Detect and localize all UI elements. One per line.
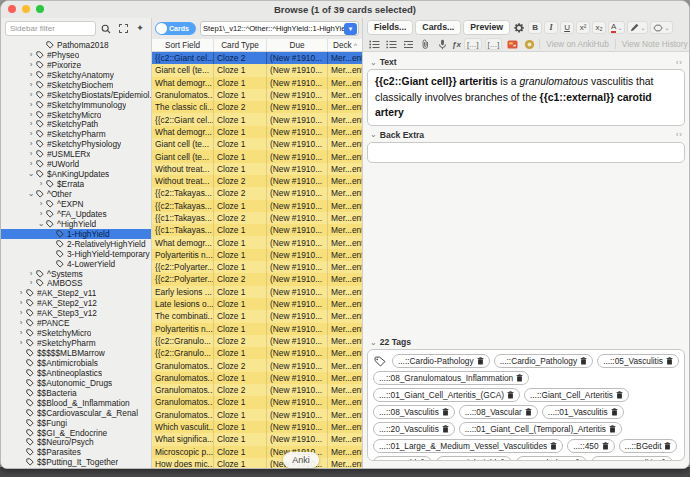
cards-notes-toggle[interactable]: Cards	[155, 22, 196, 35]
table-row[interactable]: What demogr... Cloze 1 (New #1910... Mer…	[152, 236, 362, 248]
sidebar-item[interactable]: › #SketchyMicro	[1, 328, 151, 338]
sidebar-item[interactable]: 4-LowerYield	[1, 259, 151, 269]
tag-pill[interactable]: ...::08_Granulomatous_Inflammation	[373, 371, 529, 385]
disclosure-arrow-icon[interactable]: ⌄	[27, 190, 35, 198]
tag-pill[interactable]: ...::08_Vasculitis	[373, 405, 455, 419]
tag-pill[interactable]: ...::1-HighYield	[436, 456, 512, 461]
table-row[interactable]: Which vasculit... Cloze 1 (New #1910... …	[152, 421, 362, 433]
disclosure-arrow-icon[interactable]: ›	[27, 270, 35, 278]
sidebar-item[interactable]: › #PANCE	[1, 318, 151, 328]
disclosure-arrow-icon[interactable]: ›	[27, 101, 35, 109]
table-row[interactable]: What demogr... Cloze 1 (New #1910... Mer…	[152, 126, 362, 138]
sidebar-item[interactable]: › #SketchyMicro	[1, 110, 151, 120]
disclosure-arrow-icon[interactable]: ›	[17, 309, 25, 317]
table-row[interactable]: Microscopic p... Cloze 1 (New #1910... M…	[152, 446, 362, 458]
sparkle-icon[interactable]: ✦	[133, 22, 147, 36]
ankihub-icon[interactable]	[522, 38, 536, 50]
gear-icon[interactable]	[512, 22, 526, 34]
sidebar-item[interactable]: › ^FA_Updates	[1, 209, 151, 219]
table-row[interactable]: {{c2::Giant cel... Cloze 2 (New #1910...…	[152, 52, 362, 64]
sidebar-item[interactable]: Pathoma2018	[1, 40, 151, 50]
disclosure-arrow-icon[interactable]: ›	[27, 111, 35, 119]
table-row[interactable]: The classic cli... Cloze 2 (New #1910...…	[152, 101, 362, 113]
disclosure-arrow-icon[interactable]: ›	[17, 329, 25, 337]
table-row[interactable]: Giant cell (te... Cloze 1 (New #1910... …	[152, 150, 362, 162]
disclosure-arrow-icon[interactable]: ›	[27, 140, 35, 148]
sidebar-item[interactable]: $$Neuro/Psych	[1, 438, 151, 448]
sidebar-filter-input[interactable]	[5, 21, 96, 36]
superscript-button[interactable]: x²	[576, 21, 590, 34]
table-row[interactable]: Granulomatos... Cloze 2 (New #1910... Me…	[152, 359, 362, 371]
search-history-chevron-icon[interactable]: ▾	[344, 23, 357, 35]
sidebar-item[interactable]: › #SketchyPharm	[1, 129, 151, 139]
table-row[interactable]: {{c2::Takayas... Cloze 2 (New #1910... M…	[152, 187, 362, 199]
disclosure-arrow-icon[interactable]: ›	[27, 51, 35, 59]
fields-button[interactable]: Fields...	[367, 20, 413, 35]
disclosure-arrow-icon[interactable]: ›	[27, 71, 35, 79]
sidebar-item[interactable]: › $Errata	[1, 179, 151, 189]
tag-pill[interactable]: ...::01_Giant_Cell_(Temporal)_Arteritis	[459, 422, 622, 436]
html-editor-toggle-icon[interactable]: ‹›	[676, 58, 683, 67]
close-button[interactable]	[8, 5, 16, 13]
table-row[interactable]: Without treat... Cloze 1 (New #1910... M…	[152, 163, 362, 175]
disclosure-arrow-icon[interactable]: ›	[37, 210, 45, 218]
disclosure-arrow-icon[interactable]: ›	[27, 81, 35, 89]
sidebar-item[interactable]: ⌄ $AnKingUpdates	[1, 169, 151, 179]
html-editor-toggle-icon[interactable]: ‹›	[676, 130, 683, 139]
bold-button[interactable]: B	[528, 21, 542, 34]
sidebar-item[interactable]: › #Physeo	[1, 50, 151, 60]
column-header-due[interactable]: Due	[267, 39, 328, 51]
table-row[interactable]: {{c2::Takayas... Cloze 1 (New #1910... M…	[152, 200, 362, 212]
disclosure-arrow-icon[interactable]: ›	[17, 289, 25, 297]
table-row[interactable]: {{c2::Giant cel... Cloze 1 (New #1910...…	[152, 113, 362, 125]
tag-pill[interactable]: ...::Uworld	[373, 456, 432, 461]
sidebar-item[interactable]: 2-RelativelyHighYield	[1, 239, 151, 249]
sidebar-item[interactable]: 1-HighYield	[1, 229, 151, 239]
disclosure-arrow-icon[interactable]: ›	[17, 339, 25, 347]
sidebar-item[interactable]: › #SketchyPharm	[1, 338, 151, 348]
search-icon[interactable]	[99, 22, 113, 36]
view-note-history-link[interactable]: View Note History	[619, 39, 690, 49]
microphone-icon[interactable]	[435, 38, 449, 50]
subscript-button[interactable]: x₂	[592, 21, 606, 34]
table-row[interactable]: What significa... Cloze 1 (New #1910... …	[152, 433, 362, 445]
tags-box[interactable]: ...::Cardio-Pathology ...::Cardio_Pathol…	[367, 349, 685, 461]
table-row[interactable]: Granulomatos... Cloze 1 (New #1910... Me…	[152, 372, 362, 384]
sidebar-item[interactable]: › #AK_Step3_v12	[1, 308, 151, 318]
table-row[interactable]: Giant cell (te... Cloze 1 (New #1910... …	[152, 138, 362, 150]
minimize-button[interactable]	[22, 5, 30, 13]
table-row[interactable]: Polyarteritis n... Cloze 1 (New #1910...…	[152, 249, 362, 261]
tag-pill[interactable]: ...::01_Large_&_Medium_Vessel_Vasculitid…	[373, 439, 563, 453]
table-row[interactable]: Granulomatos... Cloze 2 (New #1910... Me…	[152, 384, 362, 396]
collapse-icon[interactable]: ⌄	[370, 130, 377, 139]
paperclip-icon[interactable]	[418, 38, 432, 50]
table-row[interactable]: {{c2::Polyarter... Cloze 2 (New #1910...…	[152, 273, 362, 285]
disclosure-arrow-icon[interactable]: ›	[27, 91, 35, 99]
table-row[interactable]: Granulomatos... Cloze 1 (New #1910... Me…	[152, 89, 362, 101]
disclosure-arrow-icon[interactable]: ›	[27, 130, 35, 138]
bullet-list-icon[interactable]	[367, 38, 381, 50]
cloze-alt-button[interactable]: […]	[485, 38, 503, 50]
remove-formatting-button[interactable]: ⌄	[650, 21, 672, 34]
tag-pill[interactable]: ...::BGedit	[619, 439, 678, 453]
highlight-pen-button[interactable]: ⌄	[627, 21, 648, 34]
sidebar-item[interactable]: $$Putting_It_Together	[1, 457, 151, 467]
sidebar-item[interactable]: ⌄ ^Other	[1, 189, 151, 199]
table-row[interactable]: {{c2::Granulo... Cloze 1 (New #1910... M…	[152, 347, 362, 359]
column-header-card-type[interactable]: Card Type	[214, 39, 267, 51]
italic-button[interactable]: I	[544, 21, 558, 34]
table-row[interactable]: Polyarteritis n... Cloze 1 (New #1910...…	[152, 323, 362, 335]
table-row[interactable]: {{c1::Takayas... Cloze 1 (New #1910... M…	[152, 224, 362, 236]
disclosure-arrow-icon[interactable]: ›	[27, 61, 35, 69]
sidebar-item[interactable]: › #SketchyBiochem	[1, 80, 151, 90]
sidebar-item[interactable]: $$Parasites	[1, 447, 151, 457]
disclosure-arrow-icon[interactable]: ›	[17, 299, 25, 307]
math-fx-button[interactable]: ƒx	[452, 40, 461, 49]
tag-pill[interactable]: ...::20_Vasculitis	[373, 422, 455, 436]
sidebar-item[interactable]: › #Pixorize	[1, 60, 151, 70]
disclosure-arrow-icon[interactable]: ›	[27, 120, 35, 128]
table-row[interactable]: {{c1::Takayas... Cloze 2 (New #1910... M…	[152, 212, 362, 224]
tag-pill[interactable]: ...::Cardio_Pathology	[494, 354, 593, 368]
cloze-button[interactable]: […]	[464, 38, 482, 50]
sidebar-item[interactable]: › #SketchyImmunology	[1, 100, 151, 110]
